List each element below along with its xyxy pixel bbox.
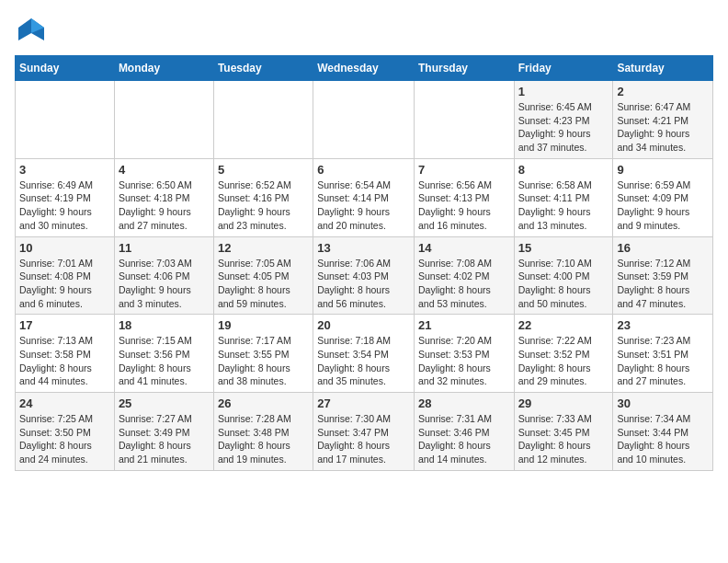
calendar-cell: 7Sunrise: 6:56 AM Sunset: 4:13 PM Daylig… <box>414 158 514 236</box>
day-info: Sunrise: 7:33 AM Sunset: 3:45 PM Dayligh… <box>518 412 609 466</box>
calendar: SundayMondayTuesdayWednesdayThursdayFrid… <box>15 55 713 471</box>
day-info: Sunrise: 7:34 AM Sunset: 3:44 PM Dayligh… <box>617 412 709 466</box>
day-info: Sunrise: 6:47 AM Sunset: 4:21 PM Dayligh… <box>617 100 709 155</box>
calendar-week-row: 3Sunrise: 6:49 AM Sunset: 4:19 PM Daylig… <box>16 158 713 236</box>
calendar-cell: 22Sunrise: 7:22 AM Sunset: 3:52 PM Dayli… <box>514 315 613 393</box>
day-info: Sunrise: 7:31 AM Sunset: 3:46 PM Dayligh… <box>418 412 510 466</box>
day-info: Sunrise: 7:18 AM Sunset: 3:54 PM Dayligh… <box>317 334 410 388</box>
calendar-cell: 19Sunrise: 7:17 AM Sunset: 3:55 PM Dayli… <box>213 315 313 393</box>
day-number: 11 <box>119 241 210 255</box>
day-info: Sunrise: 6:52 AM Sunset: 4:16 PM Dayligh… <box>218 178 309 233</box>
calendar-cell: 21Sunrise: 7:20 AM Sunset: 3:53 PM Dayli… <box>414 315 514 393</box>
day-info: Sunrise: 7:28 AM Sunset: 3:48 PM Dayligh… <box>218 412 309 466</box>
logo-icon <box>15 15 48 48</box>
day-info: Sunrise: 7:27 AM Sunset: 3:49 PM Dayligh… <box>119 412 210 466</box>
calendar-cell: 8Sunrise: 6:58 AM Sunset: 4:11 PM Daylig… <box>514 158 613 236</box>
day-info: Sunrise: 7:12 AM Sunset: 3:59 PM Dayligh… <box>617 257 709 311</box>
day-info: Sunrise: 7:05 AM Sunset: 4:05 PM Dayligh… <box>218 257 309 311</box>
day-number: 15 <box>518 241 609 255</box>
day-number: 7 <box>418 163 510 177</box>
day-info: Sunrise: 7:30 AM Sunset: 3:47 PM Dayligh… <box>317 412 410 466</box>
calendar-cell: 28Sunrise: 7:31 AM Sunset: 3:46 PM Dayli… <box>414 393 514 471</box>
calendar-week-row: 1Sunrise: 6:45 AM Sunset: 4:23 PM Daylig… <box>16 81 713 159</box>
day-info: Sunrise: 7:20 AM Sunset: 3:53 PM Dayligh… <box>418 334 510 388</box>
day-number: 28 <box>418 396 510 410</box>
day-number: 6 <box>317 163 410 177</box>
calendar-cell: 6Sunrise: 6:54 AM Sunset: 4:14 PM Daylig… <box>313 158 415 236</box>
day-number: 30 <box>617 396 709 410</box>
calendar-cell: 9Sunrise: 6:59 AM Sunset: 4:09 PM Daylig… <box>613 158 713 236</box>
day-info: Sunrise: 7:08 AM Sunset: 4:02 PM Dayligh… <box>418 257 510 311</box>
day-number: 2 <box>617 85 709 98</box>
day-number: 20 <box>317 318 410 332</box>
calendar-cell: 1Sunrise: 6:45 AM Sunset: 4:23 PM Daylig… <box>514 81 613 159</box>
calendar-week-row: 10Sunrise: 7:01 AM Sunset: 4:08 PM Dayli… <box>16 236 713 315</box>
day-number: 16 <box>617 241 709 255</box>
weekday-header: Monday <box>114 56 213 81</box>
weekday-header: Thursday <box>414 56 514 81</box>
calendar-cell: 18Sunrise: 7:15 AM Sunset: 3:56 PM Dayli… <box>114 315 213 393</box>
calendar-cell: 30Sunrise: 7:34 AM Sunset: 3:44 PM Dayli… <box>613 393 713 471</box>
calendar-cell: 16Sunrise: 7:12 AM Sunset: 3:59 PM Dayli… <box>613 236 713 315</box>
page-header <box>15 15 713 48</box>
weekday-header: Saturday <box>613 56 713 81</box>
calendar-cell: 15Sunrise: 7:10 AM Sunset: 4:00 PM Dayli… <box>514 236 613 315</box>
logo <box>15 15 53 48</box>
day-info: Sunrise: 7:15 AM Sunset: 3:56 PM Dayligh… <box>119 334 210 388</box>
day-number: 12 <box>218 241 309 255</box>
day-info: Sunrise: 7:06 AM Sunset: 4:03 PM Dayligh… <box>317 257 410 311</box>
day-info: Sunrise: 6:50 AM Sunset: 4:18 PM Dayligh… <box>119 178 210 233</box>
day-number: 21 <box>418 318 510 332</box>
day-number: 4 <box>119 163 210 177</box>
day-info: Sunrise: 7:22 AM Sunset: 3:52 PM Dayligh… <box>518 334 609 388</box>
calendar-cell <box>16 81 115 159</box>
calendar-cell: 13Sunrise: 7:06 AM Sunset: 4:03 PM Dayli… <box>313 236 415 315</box>
day-info: Sunrise: 6:56 AM Sunset: 4:13 PM Dayligh… <box>418 178 510 233</box>
calendar-cell <box>114 81 213 159</box>
calendar-week-row: 17Sunrise: 7:13 AM Sunset: 3:58 PM Dayli… <box>16 315 713 393</box>
calendar-cell <box>213 81 313 159</box>
day-info: Sunrise: 7:01 AM Sunset: 4:08 PM Dayligh… <box>19 257 110 311</box>
calendar-cell: 2Sunrise: 6:47 AM Sunset: 4:21 PM Daylig… <box>613 81 713 159</box>
day-number: 26 <box>218 396 309 410</box>
calendar-cell: 23Sunrise: 7:23 AM Sunset: 3:51 PM Dayli… <box>613 315 713 393</box>
day-number: 17 <box>19 318 110 332</box>
day-info: Sunrise: 6:45 AM Sunset: 4:23 PM Dayligh… <box>518 100 609 155</box>
calendar-cell: 10Sunrise: 7:01 AM Sunset: 4:08 PM Dayli… <box>16 236 115 315</box>
calendar-cell: 20Sunrise: 7:18 AM Sunset: 3:54 PM Dayli… <box>313 315 415 393</box>
calendar-cell <box>313 81 415 159</box>
calendar-cell: 17Sunrise: 7:13 AM Sunset: 3:58 PM Dayli… <box>16 315 115 393</box>
day-info: Sunrise: 6:59 AM Sunset: 4:09 PM Dayligh… <box>617 178 709 233</box>
calendar-cell: 5Sunrise: 6:52 AM Sunset: 4:16 PM Daylig… <box>213 158 313 236</box>
weekday-header: Friday <box>514 56 613 81</box>
day-info: Sunrise: 7:03 AM Sunset: 4:06 PM Dayligh… <box>119 257 210 311</box>
day-number: 18 <box>119 318 210 332</box>
day-number: 27 <box>317 396 410 410</box>
day-number: 19 <box>218 318 309 332</box>
calendar-cell: 11Sunrise: 7:03 AM Sunset: 4:06 PM Dayli… <box>114 236 213 315</box>
calendar-cell: 27Sunrise: 7:30 AM Sunset: 3:47 PM Dayli… <box>313 393 415 471</box>
day-info: Sunrise: 7:23 AM Sunset: 3:51 PM Dayligh… <box>617 334 709 388</box>
day-number: 9 <box>617 163 709 177</box>
weekday-header: Sunday <box>16 56 115 81</box>
weekday-header: Wednesday <box>313 56 415 81</box>
calendar-cell: 26Sunrise: 7:28 AM Sunset: 3:48 PM Dayli… <box>213 393 313 471</box>
weekday-header-row: SundayMondayTuesdayWednesdayThursdayFrid… <box>16 56 713 81</box>
weekday-header: Tuesday <box>213 56 313 81</box>
calendar-cell <box>414 81 514 159</box>
day-number: 8 <box>518 163 609 177</box>
day-info: Sunrise: 7:10 AM Sunset: 4:00 PM Dayligh… <box>518 257 609 311</box>
day-number: 23 <box>617 318 709 332</box>
day-number: 5 <box>218 163 309 177</box>
day-number: 13 <box>317 241 410 255</box>
day-info: Sunrise: 7:17 AM Sunset: 3:55 PM Dayligh… <box>218 334 309 388</box>
calendar-cell: 3Sunrise: 6:49 AM Sunset: 4:19 PM Daylig… <box>16 158 115 236</box>
calendar-cell: 24Sunrise: 7:25 AM Sunset: 3:50 PM Dayli… <box>16 393 115 471</box>
day-number: 22 <box>518 318 609 332</box>
calendar-cell: 14Sunrise: 7:08 AM Sunset: 4:02 PM Dayli… <box>414 236 514 315</box>
calendar-cell: 12Sunrise: 7:05 AM Sunset: 4:05 PM Dayli… <box>213 236 313 315</box>
day-number: 3 <box>19 163 110 177</box>
day-number: 14 <box>418 241 510 255</box>
calendar-cell: 4Sunrise: 6:50 AM Sunset: 4:18 PM Daylig… <box>114 158 213 236</box>
calendar-cell: 25Sunrise: 7:27 AM Sunset: 3:49 PM Dayli… <box>114 393 213 471</box>
